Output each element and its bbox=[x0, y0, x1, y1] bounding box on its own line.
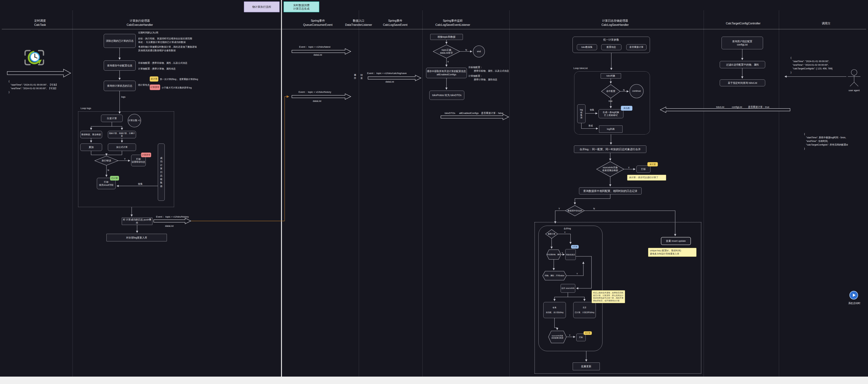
note-unique-key: unique key (配置id， 数据时间) 避免多JVM运行导致重复入库 bbox=[648, 248, 696, 257]
node-get-enabled-configs: 缓存中获取所有开启计算的配置信息 allEnabledConfigs bbox=[426, 68, 467, 78]
lane-header-caller: 调用方 bbox=[799, 21, 853, 26]
transfer-label-right: 转 发 bbox=[361, 73, 363, 80]
listener-note-3: 计算物配置： bbox=[468, 75, 483, 78]
node-update-all-logs: 对全部log更新入库 bbox=[106, 234, 167, 241]
node-query-cached-config: 查询缓存中的配置信息 bbox=[104, 60, 136, 70]
note-uncalculated: 第一次计算的log， 需要重新计算的log bbox=[160, 78, 198, 81]
badge-calc-error-loop: 计算异常 bbox=[141, 152, 151, 157]
edge-label-y: Y bbox=[628, 166, 629, 169]
node-param-config: 配置信息 bbox=[601, 44, 621, 50]
note-expire-5: 其他情况就通过数据维护去修复数据 bbox=[138, 49, 176, 52]
node-log-collector: log 收 集 器 bbox=[577, 105, 586, 123]
node-generate-log: 生成一条log对象 打上初始标记 bbox=[598, 109, 623, 118]
node-indicator-calc: 指标计算、高级计算、分摊计算 bbox=[108, 131, 136, 138]
node-data-mapping: 数据映射、聚合映射 bbox=[80, 131, 102, 138]
diamond-sourceinfo: sourceInfo完备 或者是聚合映射 bbox=[596, 165, 625, 173]
lane-title: 计算日志存储处理器 bbox=[588, 19, 642, 23]
node-validate-topic: 校验topic和数据 bbox=[430, 34, 463, 40]
node-tskv-object: tskv对象 bbox=[601, 73, 621, 79]
note-config-2: 计算物配置：携带计算物、属性信息 bbox=[138, 67, 176, 70]
note-uncalculated-meaning: 未计算：表示可以进行计算了 bbox=[627, 175, 666, 180]
node-merge-sourceinfo: 合并 sourceInfo bbox=[561, 284, 575, 293]
node-dispatch-calc: 分发计算 bbox=[101, 115, 123, 122]
node-log-list: log列表 bbox=[599, 125, 622, 133]
lane-subtitle: CalcExecuteHandler bbox=[113, 23, 167, 27]
legend-label: 物计算执行流程 bbox=[252, 5, 271, 9]
edge-label-y: Y bbox=[569, 334, 570, 337]
hex-same-value: 同物、属性；不同value bbox=[542, 273, 566, 278]
lane-title: CalcTargetConfigController bbox=[716, 21, 770, 26]
node-query-pending-logs: 查询待计算状态的日志 bbox=[104, 81, 136, 91]
badge-calculated: 已计算 bbox=[110, 176, 119, 180]
lane-header-listener: Spring事件监听CalcLogSaveEventListener bbox=[426, 19, 480, 27]
node-discard-logs: 丢弃 已计算、计算异常的log bbox=[573, 302, 596, 318]
note-expire-4: 考虑到物计算侧重实时数据计算，因此还是做了删除逻辑 bbox=[138, 45, 197, 49]
hex-new-things: 存在新的物、属性 bbox=[547, 252, 561, 257]
badge-uncalculated2: 未计算 bbox=[647, 162, 658, 167]
note-expire-3: 坏处： 无法重新计算过期的已计算成功的数据 bbox=[138, 40, 186, 44]
controller-out-configlist: configList bbox=[732, 105, 742, 109]
edge-label-n: N bbox=[465, 49, 467, 52]
lane-title: 定时调度 bbox=[13, 19, 67, 23]
lane-title: Spring事件监听 bbox=[426, 19, 480, 23]
edge-label-y: Y bbox=[564, 231, 565, 234]
controller-out-tskvlist: tskvList bbox=[716, 105, 724, 109]
play-icon bbox=[853, 294, 856, 297]
node-convert-dtos: tskvProtos 转为 tskvDTOs bbox=[429, 91, 464, 100]
note-expire-1: 过期时间默认为1周 bbox=[138, 31, 158, 34]
circle-end: end bbox=[473, 49, 484, 54]
node-clean-expired-logs: 清除过期的已计算的日志 bbox=[104, 34, 136, 48]
loop-logs-label: Loop logs bbox=[81, 107, 91, 110]
node-filter-things: 过滤出这些配置中的物、属性 bbox=[720, 61, 765, 68]
diamond-exec-error: 执行错误 bbox=[97, 158, 116, 163]
badge-uncalculated: 未计算 bbox=[150, 77, 158, 82]
circle-continue: continue bbox=[630, 89, 644, 94]
badge-calc-error: 计算异常 bbox=[150, 85, 160, 90]
event-history-datalist: dataList bbox=[165, 224, 174, 228]
legend-label: 实时数据消费 计算日志生成 bbox=[293, 3, 310, 10]
caller-startup-json: { "startTime": 系统中最新log时间 - 5min, "endTi… bbox=[804, 132, 848, 150]
caller-request-json: { "startTime": "2024-01-01 00:00:00", "e… bbox=[790, 56, 833, 74]
edge-label-y: Y bbox=[558, 207, 560, 210]
calctask-request-json: { "startTime": "2024-01-01 00:00:00", 【可… bbox=[9, 80, 58, 94]
listener-note-2: 携带目标物、属性，以及公式信息 bbox=[474, 69, 509, 73]
node-formula-calc: 按公式计算 bbox=[108, 144, 136, 151]
loop-tskvlist-container bbox=[574, 71, 650, 135]
merge-log-container-label: 合并log bbox=[556, 227, 578, 230]
diamond-recalc: 重新计算 bbox=[545, 232, 559, 236]
note-config-1: 目标物配置：携带目标物、属性，以及公式信息 bbox=[138, 61, 187, 65]
node-batch-update: 批量更新 bbox=[573, 362, 600, 370]
event-latest-label: Event： topic = v1/tskv/latest bbox=[299, 45, 331, 49]
edge-label-y: Y bbox=[124, 157, 126, 161]
legend-realtime-flow: 实时数据消费 计算日志生成 bbox=[284, 1, 319, 12]
lane-header-savelogevent: Spring事件CalcLogSaveEvent bbox=[368, 19, 422, 27]
circle-calc-count: 计算次数 +1 bbox=[127, 118, 142, 123]
loop-tskvlist-label: Loop tskvList bbox=[574, 67, 588, 69]
listener-out-tskvdtos: tskvDTOs bbox=[445, 111, 455, 115]
node-collect-logs: 收集 未匹配、未计算的log bbox=[543, 302, 566, 318]
event-history2-label: Event： topic = v1/tskv/history bbox=[299, 90, 331, 94]
diamond-db-exists: 数据库中存在的 bbox=[564, 208, 586, 213]
legend-calc-flow: 物计算执行流程 bbox=[244, 1, 280, 12]
transfer-label-left: 事 件 bbox=[354, 73, 356, 80]
flowchart-canvas: 物计算执行流程 实时数据消费 计算日志生成 定时调度CalcTask 计算执行处… bbox=[0, 0, 868, 384]
node-accumulate: 累加 bbox=[80, 144, 102, 151]
listener-out-configs: allEnabledConfigs bbox=[459, 111, 479, 115]
lane-header-executehandler: 计算执行处理器CalcExecuteHandler bbox=[113, 19, 167, 27]
node-mark: 打标 bbox=[637, 166, 650, 173]
listener-note-4: 携带计算物、属性信息 bbox=[474, 78, 497, 82]
actor-system-startup-label: 系统启动时 bbox=[847, 301, 862, 305]
node-param-recalc: 是否重新计算 bbox=[626, 44, 647, 50]
hex-sourceinfo2: sourceInfo完备 或者是聚合映射 bbox=[548, 334, 566, 340]
badge-uncalculated3: 未计算 bbox=[584, 331, 592, 335]
node-param-tskv: tskv数据集 bbox=[577, 44, 597, 50]
diamond-topic-valid: topic正确 dataList非空 bbox=[436, 47, 457, 56]
event-latest-datalist: dataList bbox=[313, 53, 322, 57]
node-merge-log-bar: 合并log： 同一配置、同一时刻的日志对象进行合并 bbox=[574, 146, 646, 153]
event-history-label: Event： topic = v1/tskv/history bbox=[156, 215, 189, 218]
event-history2-datalist: dataList bbox=[313, 99, 321, 103]
edge-label-y: Y bbox=[562, 252, 563, 255]
lane-title: Spring事件 bbox=[368, 19, 422, 23]
badge-unmatched2: 未匹配 bbox=[571, 245, 579, 248]
node-batch-insert-update: 批量 insert update bbox=[661, 237, 691, 245]
